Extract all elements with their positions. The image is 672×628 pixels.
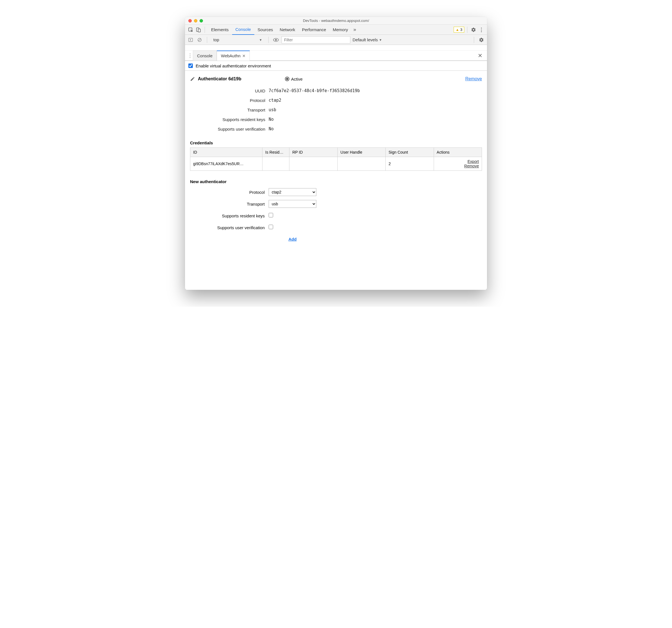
protocol-select[interactable]: ctap2 — [269, 188, 316, 196]
cell-userhandle — [337, 157, 385, 171]
close-tab-icon[interactable]: ✕ — [242, 54, 246, 58]
cell-actions: Export Remove — [434, 157, 482, 171]
new-authenticator-section: New authenticator Protocol ctap2 Transpo… — [190, 179, 482, 245]
authenticator-header: Authenticator 6d19b Active Remove — [190, 76, 482, 82]
tab-network[interactable]: Network — [277, 25, 299, 35]
th-resident[interactable]: Is Resid… — [262, 148, 289, 157]
drawer-tab-label: WebAuthn — [221, 53, 241, 58]
drawer-tab-webauthn[interactable]: WebAuthn ✕ — [217, 50, 250, 61]
table-header-row: ID Is Resid… RP ID User Handle Sign Coun… — [190, 148, 482, 157]
detail-label: Supports resident keys — [196, 117, 269, 122]
titlebar: DevTools - webauthndemo.appspot.com/ — [185, 17, 487, 25]
detail-row: Supports user verification No — [196, 124, 482, 134]
detail-row: Supports resident keys No — [196, 115, 482, 124]
drawer-tabstrip: ⋮ Console WebAuthn ✕ ✕ — [185, 50, 487, 61]
tab-performance[interactable]: Performance — [299, 25, 330, 35]
issues-badge[interactable]: ▲ 3 — [454, 27, 464, 32]
window-title: DevTools - webauthndemo.appspot.com/ — [185, 19, 487, 23]
tab-elements[interactable]: Elements — [208, 25, 232, 35]
warning-icon: ▲ — [456, 27, 459, 32]
transport-label: Transport — [190, 202, 269, 206]
console-output-area — [185, 45, 487, 50]
chevron-down-icon: ▼ — [379, 38, 382, 42]
device-toggle-icon[interactable] — [195, 26, 202, 33]
authenticator-title: Authenticator 6d19b — [198, 76, 282, 82]
log-levels-selector[interactable]: Default levels ▼ — [353, 37, 382, 42]
form-row-add: Add — [190, 233, 482, 245]
tab-sources[interactable]: Sources — [254, 25, 277, 35]
divider — [205, 27, 205, 33]
live-expression-icon[interactable] — [272, 37, 279, 43]
kebab-menu-icon[interactable]: ⋮ — [478, 26, 485, 33]
svg-point-7 — [275, 39, 277, 41]
panel-tabs: Elements Console Sources Network Perform… — [208, 25, 453, 35]
context-value: top — [213, 37, 219, 42]
form-row-protocol: Protocol ctap2 — [190, 186, 482, 198]
cell-resident — [262, 157, 289, 171]
edit-icon[interactable] — [190, 76, 195, 82]
userverify-label: Supports user verification — [190, 225, 269, 230]
authenticator-details: UUID 7cf6a7e2-0537-48c4-b9fe-f3653826d19… — [196, 86, 482, 134]
enable-label: Enable virtual authenticator environment — [196, 64, 271, 68]
console-subbar: top ▼ Default levels ▼ — [185, 35, 487, 45]
active-radio[interactable]: Active — [285, 77, 303, 82]
levels-label: Default levels — [353, 37, 378, 42]
clear-console-icon[interactable] — [196, 37, 203, 43]
enable-virtual-auth-row: Enable virtual authenticator environment — [185, 61, 487, 71]
close-drawer-icon[interactable]: ✕ — [476, 52, 485, 59]
th-signcount[interactable]: Sign Count — [386, 148, 434, 157]
export-credential-link[interactable]: Export — [437, 159, 479, 164]
remove-credential-link[interactable]: Remove — [437, 164, 479, 168]
detail-row: Protocol ctap2 — [196, 95, 482, 105]
drawer-tab-console[interactable]: Console — [193, 50, 217, 61]
detail-row: UUID 7cf6a7e2-0537-48c4-b9fe-f3653826d19… — [196, 86, 482, 95]
drawer-kebab-icon[interactable]: ⋮ — [187, 52, 193, 59]
cell-id: gi9DBsn77iLAXdK7es5UR… — [190, 157, 262, 171]
detail-value: ctap2 — [269, 98, 281, 103]
th-id[interactable]: ID — [190, 148, 262, 157]
detail-value: No — [269, 126, 274, 132]
detail-label: Transport — [196, 108, 269, 112]
add-authenticator-link[interactable]: Add — [288, 237, 296, 241]
divider — [474, 37, 474, 43]
resident-checkbox[interactable] — [269, 213, 273, 217]
detail-label: Protocol — [196, 98, 269, 103]
th-actions[interactable]: Actions — [434, 148, 482, 157]
detail-value: No — [269, 117, 274, 122]
new-auth-title: New authenticator — [190, 179, 482, 184]
enable-virtual-auth-checkbox[interactable] — [188, 64, 193, 68]
form-row-resident: Supports resident keys — [190, 210, 482, 222]
radio-dot-icon — [285, 77, 289, 81]
context-selector[interactable]: top ▼ — [211, 36, 264, 44]
active-label: Active — [291, 77, 303, 82]
cell-rpid — [289, 157, 337, 171]
th-userhandle[interactable]: User Handle — [337, 148, 385, 157]
toolbar-right: ▲ 3 ⋮ — [454, 26, 485, 33]
detail-value: usb — [269, 107, 276, 112]
more-tabs-icon[interactable]: » — [352, 26, 358, 33]
remove-authenticator-link[interactable]: Remove — [465, 76, 482, 82]
divider — [268, 37, 269, 43]
th-rpid[interactable]: RP ID — [289, 148, 337, 157]
svg-line-5 — [198, 39, 201, 41]
detail-value: 7cf6a7e2-0537-48c4-b9fe-f3653826d19b — [269, 88, 360, 93]
drawer-tab-label: Console — [197, 53, 213, 58]
divider — [467, 27, 467, 33]
tab-console[interactable]: Console — [232, 25, 254, 35]
filter-input[interactable] — [282, 36, 350, 44]
execute-icon[interactable] — [187, 37, 194, 43]
protocol-label: Protocol — [190, 190, 269, 195]
form-row-userverify: Supports user verification — [190, 222, 482, 233]
tab-memory[interactable]: Memory — [330, 25, 352, 35]
form-row-transport: Transport usb — [190, 198, 482, 210]
svg-rect-2 — [198, 29, 200, 32]
transport-select[interactable]: usb — [269, 200, 316, 208]
inspect-icon[interactable] — [187, 26, 194, 33]
userverify-checkbox[interactable] — [269, 225, 273, 229]
detail-row: Transport usb — [196, 105, 482, 115]
devtools-window: DevTools - webauthndemo.appspot.com/ Ele… — [185, 17, 487, 290]
credentials-title: Credentials — [190, 140, 482, 145]
divider — [207, 37, 207, 43]
settings-gear-icon[interactable] — [470, 26, 477, 33]
console-settings-gear-icon[interactable] — [478, 37, 485, 43]
